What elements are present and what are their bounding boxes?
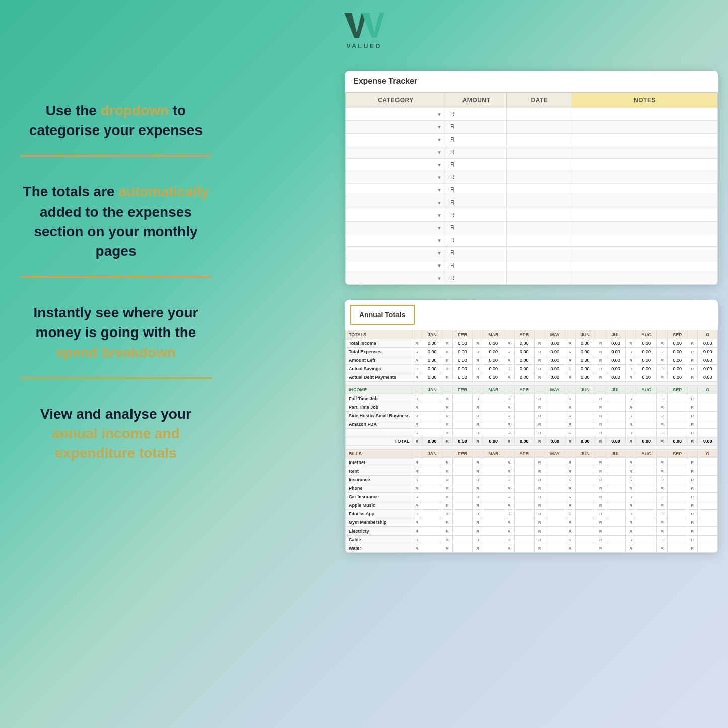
notes-cell[interactable]	[572, 247, 718, 259]
date-cell[interactable]	[507, 184, 572, 196]
category-cell[interactable]: ▼	[346, 108, 446, 121]
date-cell[interactable]	[507, 247, 572, 259]
value-cell	[667, 467, 687, 476]
date-cell[interactable]	[507, 121, 572, 134]
notes-cell[interactable]	[572, 222, 718, 234]
r-cell: R	[473, 510, 483, 518]
r-cell: R	[504, 518, 514, 527]
r-cell: R	[657, 510, 668, 518]
dropdown-arrow: ▼	[437, 200, 442, 206]
r-cell: R	[626, 412, 636, 420]
value-cell: 0.00	[483, 373, 504, 382]
value-cell: 0.00	[514, 365, 535, 373]
amount-cell[interactable]: R	[446, 259, 507, 272]
r-cell: R	[442, 527, 452, 536]
notes-cell[interactable]	[572, 209, 718, 222]
oct-header: O	[698, 330, 718, 339]
value-cell	[698, 467, 718, 476]
date-cell[interactable]	[507, 272, 572, 285]
category-cell[interactable]: ▼	[346, 146, 446, 159]
value-cell	[606, 403, 626, 412]
value-cell	[698, 420, 718, 429]
r-prefix: R	[450, 212, 455, 219]
amount-cell[interactable]: R	[446, 108, 507, 121]
r-cell: R	[504, 348, 514, 356]
dropdown-arrow: ▼	[437, 162, 442, 168]
value-cell	[606, 501, 626, 510]
value-cell: 0.00	[545, 365, 565, 373]
amount-cell[interactable]: R	[446, 247, 507, 259]
category-cell[interactable]: ▼	[346, 234, 446, 247]
category-cell[interactable]: ▼	[346, 196, 446, 209]
value-cell: 0.00	[545, 437, 565, 446]
value-cell	[545, 493, 565, 501]
date-cell[interactable]	[507, 159, 572, 171]
value-cell	[575, 412, 595, 420]
value-cell	[514, 429, 535, 437]
notes-cell[interactable]	[572, 159, 718, 171]
date-cell[interactable]	[507, 196, 572, 209]
date-cell[interactable]	[507, 108, 572, 121]
amount-cell[interactable]: R	[446, 196, 507, 209]
category-cell[interactable]: ▼	[346, 209, 446, 222]
r-cell: R	[657, 420, 668, 429]
value-cell	[422, 458, 442, 467]
category-cell[interactable]: ▼	[346, 184, 446, 196]
date-cell[interactable]	[507, 222, 572, 234]
notes-cell[interactable]	[572, 121, 718, 134]
date-cell[interactable]	[507, 209, 572, 222]
amount-cell[interactable]: R	[446, 272, 507, 285]
category-cell[interactable]: ▼	[346, 247, 446, 259]
r-cell: R	[442, 420, 452, 429]
amount-cell[interactable]: R	[446, 159, 507, 171]
notes-cell[interactable]	[572, 272, 718, 285]
value-cell: 0.00	[545, 373, 565, 382]
date-cell[interactable]	[507, 259, 572, 272]
r-cell: R	[504, 420, 514, 429]
category-cell[interactable]: ▼	[346, 222, 446, 234]
notes-cell[interactable]	[572, 146, 718, 159]
date-cell[interactable]	[507, 134, 572, 146]
left-section-2: The totals are automatically added to th…	[20, 182, 212, 278]
notes-cell[interactable]	[572, 108, 718, 121]
value-cell	[606, 493, 626, 501]
r-cell: R	[626, 527, 636, 536]
date-cell[interactable]	[507, 146, 572, 159]
category-cell[interactable]: ▼	[346, 134, 446, 146]
amount-cell[interactable]: R	[446, 184, 507, 196]
aug-header: AUG	[636, 330, 657, 339]
amount-cell[interactable]: R	[446, 171, 507, 184]
date-cell[interactable]	[507, 234, 572, 247]
expense-row: ▼ R	[346, 259, 718, 272]
r-cell: R	[412, 458, 422, 467]
category-cell[interactable]: ▼	[346, 259, 446, 272]
value-cell: 0.00	[636, 339, 657, 348]
notes-cell[interactable]	[572, 171, 718, 184]
amount-cell[interactable]: R	[446, 234, 507, 247]
category-cell[interactable]: ▼	[346, 272, 446, 285]
notes-cell[interactable]	[572, 259, 718, 272]
r-cell: R	[412, 339, 422, 348]
date-cell[interactable]	[507, 171, 572, 184]
notes-cell[interactable]	[572, 234, 718, 247]
value-cell: 0.00	[514, 437, 535, 446]
amount-cell[interactable]: R	[446, 209, 507, 222]
notes-cell[interactable]	[572, 184, 718, 196]
notes-cell[interactable]	[572, 196, 718, 209]
value-cell	[422, 518, 442, 527]
value-cell	[514, 536, 535, 544]
category-cell[interactable]: ▼	[346, 121, 446, 134]
value-cell: 0.00	[452, 365, 473, 373]
r-cell: R	[442, 373, 452, 382]
r-cell: R	[687, 437, 698, 446]
category-cell[interactable]: ▼	[346, 159, 446, 171]
notes-cell[interactable]	[572, 134, 718, 146]
amount-cell[interactable]: R	[446, 134, 507, 146]
amount-cell[interactable]: R	[446, 146, 507, 159]
r-cell: R	[535, 501, 545, 510]
amount-cell[interactable]: R	[446, 121, 507, 134]
amount-cell[interactable]: R	[446, 222, 507, 234]
r-cell: R	[657, 339, 668, 348]
income-total-row: TOTALR0.00R0.00R0.00R0.00R0.00R0.00R0.00…	[346, 437, 718, 446]
category-cell[interactable]: ▼	[346, 171, 446, 184]
